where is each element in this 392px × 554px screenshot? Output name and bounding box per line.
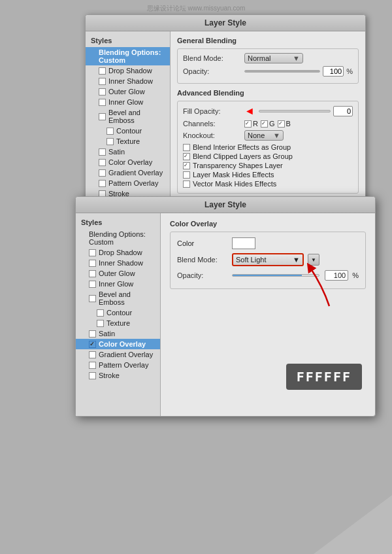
bevel-emboss-checkbox[interactable]	[99, 113, 106, 120]
channel-g-checkbox[interactable]	[261, 120, 268, 128]
sidebar-item-color-overlay[interactable]: Color Overlay	[86, 157, 170, 167]
outer-glow-checkbox[interactable]	[99, 88, 106, 95]
d2-contour[interactable]: Contour	[76, 307, 160, 318]
co-opacity-unit: %	[352, 271, 359, 279]
d2-gradient-overlay-cb[interactable]	[89, 351, 96, 358]
dialog2-left-panel: Styles Blending Options: Custom Drop Sha…	[76, 213, 161, 416]
sidebar-item-inner-shadow[interactable]: Inner Shadow	[86, 76, 170, 86]
blend-clipped-checkbox[interactable]	[183, 153, 190, 160]
inner-shadow-checkbox[interactable]	[99, 78, 106, 85]
d2-drop-shadow[interactable]: Drop Shadow	[76, 247, 160, 258]
color-swatch[interactable]	[232, 237, 255, 249]
dialog1-titlebar: Layer Style	[86, 15, 365, 31]
co-opacity-label: Opacity:	[177, 271, 229, 279]
d2-bevel-emboss-cb[interactable]	[89, 295, 96, 302]
red-arrow-annotation	[297, 260, 336, 314]
dialog2-styles-title: Styles	[76, 217, 160, 229]
opacity-input[interactable]	[323, 66, 344, 77]
advanced-checkboxes: Blend Interior Effects as Group Blend Cl…	[183, 143, 353, 188]
d2-inner-glow[interactable]: Inner Glow	[76, 279, 160, 289]
hex-color-display: FFFFFF	[286, 364, 362, 390]
channel-b-checkbox[interactable]	[278, 120, 285, 128]
co-blend-mode-dropdown[interactable]: Soft Light ▼	[232, 253, 304, 266]
blend-mode-dropdown[interactable]: Normal ▼	[244, 53, 303, 63]
sidebar-item-satin[interactable]: Satin	[86, 147, 170, 157]
dialog1-styles-title: Styles	[86, 35, 170, 47]
channel-r-checkbox[interactable]	[244, 120, 252, 128]
blend-interior-label: Blend Interior Effects as Group	[193, 143, 291, 151]
color-overlay-checkbox[interactable]	[99, 159, 106, 166]
watermark: 思缘设计论坛 www.missyuan.com	[147, 4, 246, 13]
sidebar-item-inner-glow[interactable]: Inner Glow	[86, 97, 170, 107]
channel-r: R	[244, 120, 258, 128]
dialog2: Layer Style Styles Blending Options: Cus…	[75, 196, 376, 417]
sidebar-item-pattern-overlay[interactable]: Pattern Overlay	[86, 178, 170, 188]
channel-g: G	[261, 120, 275, 128]
sidebar-item-blending-options[interactable]: Blending Options: Custom	[86, 47, 170, 65]
channels-label: Channels:	[183, 120, 242, 128]
knockout-dropdown[interactable]: None ▼	[244, 130, 284, 141]
sidebar-item-drop-shadow[interactable]: Drop Shadow	[86, 65, 170, 76]
d2-drop-shadow-cb[interactable]	[89, 249, 96, 256]
drop-shadow-checkbox[interactable]	[99, 67, 106, 75]
corner-decoration	[314, 495, 392, 554]
inner-glow-checkbox[interactable]	[99, 99, 106, 106]
color-label: Color	[177, 239, 229, 247]
blending-options-label: Blending Options: Custom	[99, 48, 165, 64]
d2-pattern-overlay-cb[interactable]	[89, 362, 96, 369]
blend-clipped-label: Blend Clipped Layers as Group	[193, 152, 293, 160]
color-overlay-panel: Color Overlay Color Blend Mode: Soft Lig…	[161, 213, 375, 416]
vector-mask-hides-checkbox[interactable]	[183, 181, 190, 188]
advanced-blending-title: Advanced Blending	[177, 89, 359, 97]
d2-texture[interactable]: Texture	[76, 318, 160, 328]
contour-checkbox[interactable]	[106, 128, 114, 135]
general-blending-box: Blend Mode: Normal ▼ Opacity: %	[177, 48, 359, 84]
knockout-label: Knockout:	[183, 131, 242, 139]
dialog1-left-panel: Styles Blending Options: Custom Drop Sha…	[86, 31, 171, 208]
dialog1: Layer Style Styles Blending Options: Cus…	[85, 14, 366, 209]
d2-color-overlay-cb[interactable]	[89, 341, 96, 348]
gradient-overlay-checkbox[interactable]	[99, 169, 106, 177]
satin-checkbox[interactable]	[99, 148, 106, 156]
d2-color-overlay-label: Color Overlay	[99, 340, 146, 348]
opacity-slider[interactable]	[244, 70, 320, 73]
general-blending-title: General Blending	[177, 37, 359, 44]
d2-outer-glow-cb[interactable]	[89, 270, 96, 277]
d2-inner-shadow[interactable]: Inner Shadow	[76, 258, 160, 268]
pattern-overlay-checkbox[interactable]	[99, 180, 106, 187]
d2-gradient-overlay[interactable]: Gradient Overlay	[76, 349, 160, 360]
blend-interior-checkbox[interactable]	[183, 144, 190, 151]
texture-checkbox[interactable]	[106, 138, 114, 145]
d2-color-overlay[interactable]: Color Overlay	[76, 339, 160, 349]
layer-mask-hides-checkbox[interactable]	[183, 171, 190, 179]
sidebar-item-texture[interactable]: Texture	[86, 136, 170, 147]
d2-bevel-emboss[interactable]: Bevel and Emboss	[76, 289, 160, 307]
d2-inner-glow-cb[interactable]	[89, 281, 96, 288]
dropdown-arrow-icon: ▼	[293, 54, 300, 62]
sidebar-item-gradient-overlay[interactable]: Gradient Overlay	[86, 167, 170, 178]
transparency-shapes-checkbox[interactable]	[183, 162, 190, 169]
color-overlay-box: Color Blend Mode: Soft Light ▼ ▼	[170, 232, 366, 289]
fill-opacity-slider[interactable]	[259, 110, 331, 113]
sidebar-item-bevel-emboss[interactable]: Bevel and Emboss	[86, 107, 170, 126]
d2-blending-options[interactable]: Blending Options: Custom	[76, 229, 160, 247]
d2-inner-shadow-cb[interactable]	[89, 260, 96, 267]
d2-stroke[interactable]: Stroke	[76, 370, 160, 381]
d2-outer-glow[interactable]: Outer Glow	[76, 268, 160, 279]
transparency-shapes-label: Transparency Shapes Layer	[193, 162, 283, 169]
sidebar-item-contour[interactable]: Contour	[86, 126, 170, 136]
dialog1-right-panel: General Blending Blend Mode: Normal ▼ Op…	[171, 31, 365, 208]
fill-opacity-arrow-icon: ◄	[244, 105, 255, 117]
d2-stroke-cb[interactable]	[89, 372, 96, 379]
d2-blending-label: Blending Options: Custom	[89, 230, 155, 246]
d2-contour-cb[interactable]	[97, 309, 104, 317]
sidebar-item-outer-glow[interactable]: Outer Glow	[86, 86, 170, 97]
co-blend-mode-label: Blend Mode:	[177, 256, 229, 264]
d2-satin[interactable]: Satin	[76, 328, 160, 339]
d2-pattern-overlay[interactable]: Pattern Overlay	[76, 360, 160, 370]
channel-b: B	[278, 120, 291, 128]
fill-opacity-input[interactable]	[333, 106, 353, 116]
d2-satin-cb[interactable]	[89, 330, 96, 338]
d2-texture-cb[interactable]	[97, 320, 104, 327]
layer-mask-hides-label: Layer Mask Hides Effects	[193, 171, 274, 179]
